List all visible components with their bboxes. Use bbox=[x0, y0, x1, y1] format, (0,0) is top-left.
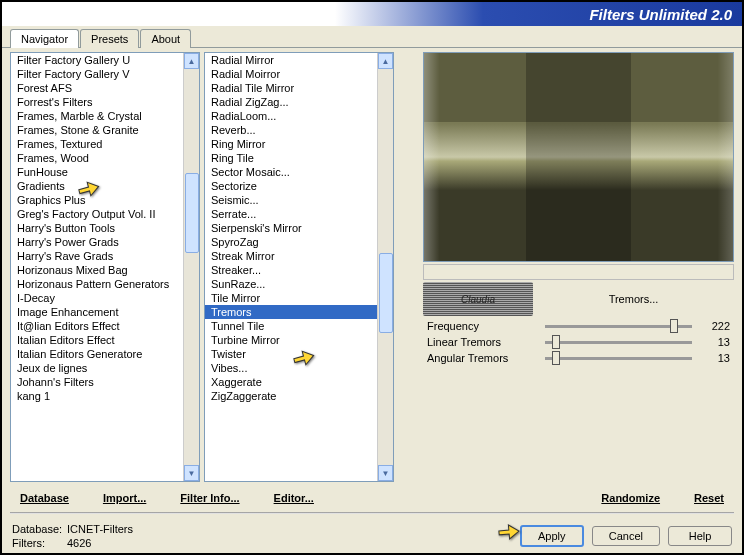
list-item[interactable]: Italian Editors Effect bbox=[11, 333, 199, 347]
list-item[interactable]: Greg's Factory Output Vol. II bbox=[11, 207, 199, 221]
filters-value: 4626 bbox=[67, 536, 91, 550]
preview-scroll-h[interactable] bbox=[423, 264, 734, 280]
scrollbar-categories[interactable]: ▲ ▼ bbox=[183, 53, 199, 481]
category-list[interactable]: Filter Factory Gallery UFilter Factory G… bbox=[10, 52, 200, 482]
list-item[interactable]: I-Decay bbox=[11, 291, 199, 305]
list-item[interactable]: Filter Factory Gallery V bbox=[11, 67, 199, 81]
list-item[interactable]: Sierpenski's Mirror bbox=[205, 221, 393, 235]
list-item[interactable]: Harry's Button Tools bbox=[11, 221, 199, 235]
right-panel: Claudia Tremors... Frequency222Linear Tr… bbox=[398, 52, 734, 484]
list-item[interactable]: Frames, Wood bbox=[11, 151, 199, 165]
param-label: Angular Tremors bbox=[427, 352, 537, 364]
slider-thumb[interactable] bbox=[670, 319, 678, 333]
content-area: Filter Factory Gallery UFilter Factory G… bbox=[2, 47, 742, 484]
list-item[interactable]: Radial Tile Mirror bbox=[205, 81, 393, 95]
list-item[interactable]: Streak Mirror bbox=[205, 249, 393, 263]
list-item[interactable]: RadiaLoom... bbox=[205, 109, 393, 123]
list-item[interactable]: FunHouse bbox=[11, 165, 199, 179]
list-item[interactable]: Reverb... bbox=[205, 123, 393, 137]
list-item[interactable]: ZigZaggerate bbox=[205, 389, 393, 403]
preview-pane bbox=[423, 52, 734, 262]
editor-link[interactable]: Editor... bbox=[266, 490, 322, 506]
list-item[interactable]: Sectorize bbox=[205, 179, 393, 193]
list-item[interactable]: Graphics Plus bbox=[11, 193, 199, 207]
param-label: Linear Tremors bbox=[427, 336, 537, 348]
list-item[interactable]: kang 1 bbox=[11, 389, 199, 403]
apply-button[interactable]: Apply bbox=[520, 525, 584, 547]
list-item[interactable]: Vibes... bbox=[205, 361, 393, 375]
list-item[interactable]: Ring Mirror bbox=[205, 137, 393, 151]
scrollbar-filters[interactable]: ▲ ▼ bbox=[377, 53, 393, 481]
list-item[interactable]: Xaggerate bbox=[205, 375, 393, 389]
list-item[interactable]: Gradients bbox=[11, 179, 199, 193]
help-button[interactable]: Help bbox=[668, 526, 732, 546]
list-item[interactable]: Italian Editors Generatore bbox=[11, 347, 199, 361]
list-item[interactable]: Forrest's Filters bbox=[11, 95, 199, 109]
scroll-up-icon[interactable]: ▲ bbox=[378, 53, 393, 69]
filterinfo-link[interactable]: Filter Info... bbox=[172, 490, 247, 506]
tab-strip: Navigator Presets About bbox=[2, 26, 742, 48]
tab-about[interactable]: About bbox=[140, 29, 191, 48]
cancel-button[interactable]: Cancel bbox=[592, 526, 660, 546]
link-bar: Database Import... Filter Info... Editor… bbox=[2, 484, 742, 510]
list-item[interactable]: Serrate... bbox=[205, 207, 393, 221]
param-slider[interactable] bbox=[545, 325, 692, 328]
scroll-up-icon[interactable]: ▲ bbox=[184, 53, 199, 69]
list-item[interactable]: Sector Mosaic... bbox=[205, 165, 393, 179]
slider-thumb[interactable] bbox=[552, 335, 560, 349]
slider-thumb[interactable] bbox=[552, 351, 560, 365]
param-slider[interactable] bbox=[545, 341, 692, 344]
tab-navigator[interactable]: Navigator bbox=[10, 29, 79, 48]
param-value: 13 bbox=[700, 352, 730, 364]
filter-list[interactable]: Radial MirrorRadial MoirrorRadial Tile M… bbox=[204, 52, 394, 482]
list-item[interactable]: Johann's Filters bbox=[11, 375, 199, 389]
list-item[interactable]: Jeux de lignes bbox=[11, 361, 199, 375]
list-item[interactable]: SunRaze... bbox=[205, 277, 393, 291]
list-item[interactable]: Radial ZigZag... bbox=[205, 95, 393, 109]
list-item[interactable]: Image Enhancement bbox=[11, 305, 199, 319]
claudia-logo: Claudia bbox=[423, 282, 533, 316]
scroll-down-icon[interactable]: ▼ bbox=[378, 465, 393, 481]
list-item[interactable]: Seismic... bbox=[205, 193, 393, 207]
list-item[interactable]: Frames, Textured bbox=[11, 137, 199, 151]
list-item[interactable]: Horizonaus Mixed Bag bbox=[11, 263, 199, 277]
list-item[interactable]: Tile Mirror bbox=[205, 291, 393, 305]
db-label: Database: bbox=[12, 522, 67, 536]
param-slider[interactable] bbox=[545, 357, 692, 360]
list-item[interactable]: It@lian Editors Effect bbox=[11, 319, 199, 333]
list-item[interactable]: Tremors bbox=[205, 305, 393, 319]
list-item[interactable]: Ring Tile bbox=[205, 151, 393, 165]
list-item[interactable]: Twister bbox=[205, 347, 393, 361]
list-item[interactable]: Harry's Power Grads bbox=[11, 235, 199, 249]
list-item[interactable]: Forest AFS bbox=[11, 81, 199, 95]
list-item[interactable]: Frames, Marble & Crystal bbox=[11, 109, 199, 123]
filter-title: Tremors... bbox=[533, 289, 734, 309]
list-item[interactable]: Turbine Mirror bbox=[205, 333, 393, 347]
list-item[interactable]: Tunnel Tile bbox=[205, 319, 393, 333]
tab-presets[interactable]: Presets bbox=[80, 29, 139, 48]
list-item[interactable]: Harry's Rave Grads bbox=[11, 249, 199, 263]
list-item[interactable]: SpyroZag bbox=[205, 235, 393, 249]
parameter-panel: Frequency222Linear Tremors13Angular Trem… bbox=[423, 318, 734, 484]
scroll-thumb[interactable] bbox=[185, 173, 199, 253]
import-link[interactable]: Import... bbox=[95, 490, 154, 506]
randomize-link[interactable]: Randomize bbox=[593, 490, 668, 506]
scroll-thumb[interactable] bbox=[379, 253, 393, 333]
title-text: Filters Unlimited 2.0 bbox=[589, 6, 732, 23]
list-item[interactable]: Streaker... bbox=[205, 263, 393, 277]
preview-image bbox=[424, 53, 733, 261]
database-link[interactable]: Database bbox=[12, 490, 77, 506]
filters-label: Filters: bbox=[12, 536, 67, 550]
param-row: Angular Tremors13 bbox=[423, 350, 734, 366]
param-label: Frequency bbox=[427, 320, 537, 332]
param-row: Linear Tremors13 bbox=[423, 334, 734, 350]
list-item[interactable]: Horizonaus Pattern Generators bbox=[11, 277, 199, 291]
scroll-down-icon[interactable]: ▼ bbox=[184, 465, 199, 481]
list-item[interactable]: Frames, Stone & Granite bbox=[11, 123, 199, 137]
list-item[interactable]: Filter Factory Gallery U bbox=[11, 53, 199, 67]
list-item[interactable]: Radial Moirror bbox=[205, 67, 393, 81]
reset-link[interactable]: Reset bbox=[686, 490, 732, 506]
list-item[interactable]: Radial Mirror bbox=[205, 53, 393, 67]
footer: Database:ICNET-Filters Filters:4626 Appl… bbox=[2, 516, 742, 555]
footer-info: Database:ICNET-Filters Filters:4626 bbox=[12, 522, 512, 550]
